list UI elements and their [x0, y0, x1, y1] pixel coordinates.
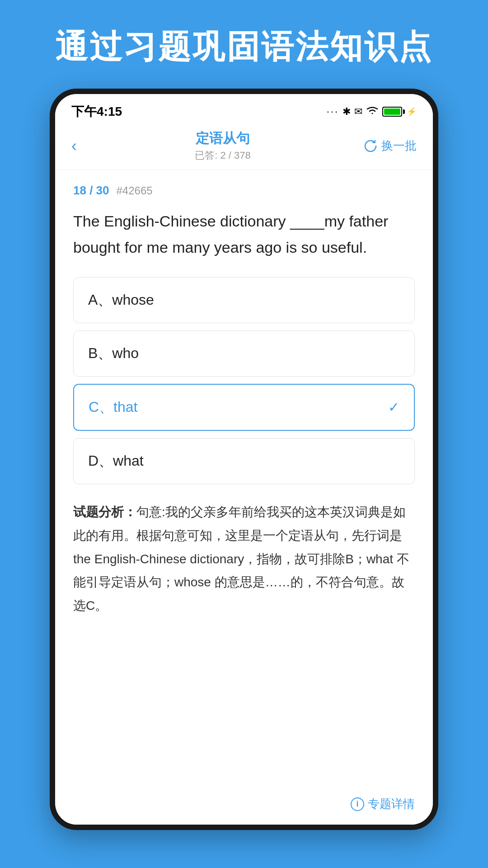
option-b[interactable]: B、who	[73, 330, 415, 377]
nav-title: 定语从句	[195, 129, 251, 148]
question-id: #42665	[117, 184, 153, 197]
options-list: A、whose B、who C、that ✓ D、what	[73, 277, 415, 484]
phone-frame: 下午4:15 ··· ✱ ✉ ⚡ ‹ 定语从	[50, 89, 438, 830]
info-icon: i	[351, 797, 364, 811]
analysis-section: 试题分析：句意:我的父亲多年前给我买的这本英汉词典是如此的有用。根据句意可知，这…	[73, 500, 415, 618]
refresh-button[interactable]: 换一批	[363, 138, 417, 154]
refresh-icon	[363, 139, 378, 153]
option-a-label: A、whose	[88, 290, 154, 310]
refresh-label: 换一批	[381, 138, 417, 154]
analysis-label: 试题分析：	[73, 505, 136, 519]
question-text: The English-Chinese dictionary ____my fa…	[73, 208, 415, 261]
dots-icon: ···	[327, 106, 339, 118]
bluetooth-icon: ✱	[343, 106, 351, 118]
topic-detail-label: 专题详情	[368, 796, 415, 812]
nav-bar: ‹ 定语从句 已答: 2 / 378 换一批	[55, 125, 433, 170]
content-area: 18 / 30 #42665 The English-Chinese dicti…	[55, 170, 433, 828]
battery-icon: ⚡	[382, 107, 417, 117]
option-a[interactable]: A、whose	[73, 277, 415, 323]
topic-detail-button[interactable]: i 专题详情	[351, 796, 415, 812]
status-time: 下午4:15	[71, 103, 122, 120]
option-d[interactable]: D、what	[73, 438, 415, 484]
question-progress: 18 / 30	[73, 184, 109, 198]
option-b-label: B、who	[88, 344, 139, 363]
option-c-label: C、that	[89, 397, 137, 417]
option-c[interactable]: C、that ✓	[73, 384, 415, 431]
question-meta: 18 / 30 #42665	[73, 184, 415, 198]
message-icon: ✉	[354, 106, 362, 118]
check-icon: ✓	[388, 399, 399, 415]
back-button[interactable]: ‹	[71, 135, 82, 157]
analysis-text: 句意:我的父亲多年前给我买的这本英汉词典是如此的有用。根据句意可知，这里是一个定…	[73, 505, 409, 613]
option-d-label: D、what	[88, 451, 144, 471]
nav-center: 定语从句 已答: 2 / 378	[195, 129, 251, 162]
status-icons: ··· ✱ ✉ ⚡	[327, 105, 417, 118]
nav-subtitle: 已答: 2 / 378	[195, 149, 251, 162]
page-title: 通过习题巩固语法知识点	[28, 0, 460, 89]
wifi-icon	[366, 105, 379, 118]
status-bar: 下午4:15 ··· ✱ ✉ ⚡	[55, 94, 433, 125]
